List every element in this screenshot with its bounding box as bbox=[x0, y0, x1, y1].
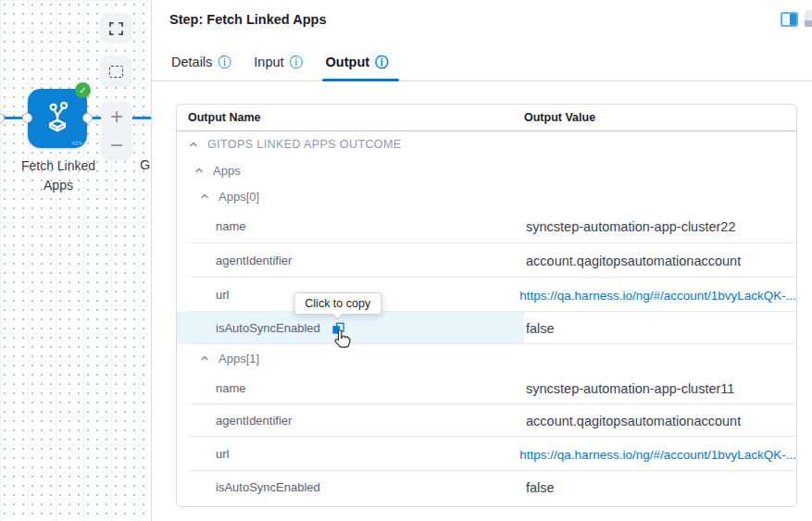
output-value: syncstep-automation-app-cluster22 bbox=[524, 219, 796, 234]
node-connector-right[interactable] bbox=[82, 113, 93, 123]
output-value-link[interactable]: https://qa.harness.io/ng/#/account/1bvyL… bbox=[519, 448, 796, 462]
chevron-up-icon[interactable] bbox=[200, 354, 209, 363]
output-key: agentIdentifier bbox=[177, 404, 524, 437]
tab-details-label: Details bbox=[171, 55, 212, 69]
table-row: name syncstep-automation-app-cluster22 bbox=[177, 209, 796, 243]
tab-input-label: Input bbox=[254, 55, 283, 69]
node-label-line1: Fetch Linked bbox=[0, 156, 117, 176]
output-value: account.qagitopsautomationaccount bbox=[524, 254, 796, 268]
zoom-in-button[interactable]: + bbox=[101, 102, 132, 131]
next-node-label-cut: G bbox=[140, 157, 150, 172]
output-value: syncstep-automation-app-cluster11 bbox=[524, 381, 796, 396]
node-label-line2: Apps bbox=[0, 176, 117, 195]
group-row-gitops-outcome[interactable]: GITOPS LINKED APPS OUTCOME bbox=[177, 131, 796, 157]
tabs-divider bbox=[152, 81, 812, 81]
step-node-fetch-linked-apps[interactable]: </> ✓ bbox=[28, 89, 87, 148]
output-value: false bbox=[524, 480, 796, 495]
output-table: Output Name Output Value GITOPS LINKED A… bbox=[176, 104, 797, 507]
table-row-hovered: isAutoSyncEnabled Click to copy false bbox=[177, 312, 796, 344]
canvas-zoom-controls: + − bbox=[101, 102, 132, 160]
copy-anchor: Click to copy bbox=[331, 321, 345, 336]
group-row-apps-1[interactable]: Apps[1] bbox=[177, 344, 796, 372]
table-row: url https://qa.harness.io/ng/#/account/1… bbox=[177, 278, 796, 312]
marquee-select-icon bbox=[109, 66, 123, 78]
output-table-header: Output Name Output Value bbox=[177, 105, 796, 131]
tab-details[interactable]: Details ⓘ bbox=[171, 55, 231, 69]
output-key: isAutoSyncEnabled Click to copy bbox=[177, 312, 524, 344]
active-tab-underline bbox=[322, 79, 399, 81]
fullscreen-icon bbox=[109, 22, 123, 35]
info-icon[interactable]: ⓘ bbox=[375, 56, 388, 68]
table-row: isAutoSyncEnabled false bbox=[177, 471, 796, 503]
group-label: GITOPS LINKED APPS OUTCOME bbox=[207, 138, 402, 151]
output-value: https://qa.harness.io/ng/#/account/1bvyL… bbox=[518, 288, 796, 303]
output-value-link[interactable]: https://qa.harness.io/ng/#/account/1bvyL… bbox=[519, 289, 796, 303]
table-row: agentIdentifier account.qagitopsautomati… bbox=[177, 243, 796, 278]
pipeline-canvas[interactable]: </> ✓ Fetch Linked Apps G + − bbox=[0, 0, 151, 521]
group-label: Apps[0] bbox=[219, 190, 259, 204]
table-row: name syncstep-automation-app-cluster11 bbox=[177, 372, 796, 404]
group-row-apps-0[interactable]: Apps[0] bbox=[177, 183, 796, 209]
group-label: Apps[1] bbox=[219, 352, 259, 366]
tab-input[interactable]: Input ⓘ bbox=[254, 55, 302, 69]
output-key: url bbox=[177, 437, 518, 471]
column-header-output-value: Output Value bbox=[524, 111, 796, 124]
chevron-up-icon[interactable] bbox=[194, 166, 204, 175]
node-label: Fetch Linked Apps bbox=[0, 156, 117, 195]
table-row: url https://qa.harness.io/ng/#/account/1… bbox=[177, 437, 796, 471]
output-key: isAutoSyncEnabled bbox=[177, 471, 524, 503]
info-icon[interactable]: ⓘ bbox=[218, 56, 231, 68]
tab-output-label: Output bbox=[326, 55, 370, 69]
table-row: agentIdentifier account.qagitopsautomati… bbox=[177, 404, 796, 437]
output-value: false bbox=[524, 321, 796, 336]
canvas-select-button[interactable] bbox=[100, 56, 132, 87]
edge-connector-dot-left bbox=[0, 113, 5, 123]
copy-tooltip: Click to copy bbox=[294, 292, 381, 315]
column-header-output-name: Output Name bbox=[177, 111, 524, 124]
gitops-step-icon bbox=[38, 99, 77, 138]
canvas-fullscreen-button[interactable] bbox=[100, 13, 132, 43]
info-icon[interactable]: ⓘ bbox=[290, 56, 303, 68]
node-connector-left[interactable] bbox=[22, 113, 32, 123]
code-glyph: </> bbox=[71, 140, 82, 146]
group-row-apps[interactable]: Apps bbox=[177, 157, 796, 183]
output-key: agentIdentifier bbox=[177, 243, 524, 278]
output-key: name bbox=[177, 372, 524, 404]
output-value: https://qa.harness.io/ng/#/account/1bvyL… bbox=[518, 447, 796, 462]
chevron-up-icon[interactable] bbox=[200, 192, 209, 201]
success-check-badge: ✓ bbox=[75, 82, 91, 98]
panel-secondary-icon[interactable] bbox=[805, 10, 812, 27]
tab-output[interactable]: Output ⓘ bbox=[326, 55, 389, 69]
app-root: </> ✓ Fetch Linked Apps G + − Step: Fetc… bbox=[0, 0, 812, 521]
panel-layout-toggle-icon[interactable] bbox=[781, 12, 798, 27]
zoom-out-button[interactable]: − bbox=[101, 131, 132, 161]
output-key: name bbox=[177, 209, 524, 243]
panel-title: Step: Fetch Linked Apps bbox=[169, 12, 326, 27]
output-value: account.qagitopsautomationaccount bbox=[524, 414, 796, 428]
group-label: Apps bbox=[213, 164, 241, 178]
step-details-panel: Step: Fetch Linked Apps Details ⓘ Input … bbox=[152, 0, 812, 521]
step-tabs: Details ⓘ Input ⓘ Output ⓘ bbox=[171, 50, 388, 74]
chevron-up-icon[interactable] bbox=[189, 140, 198, 149]
